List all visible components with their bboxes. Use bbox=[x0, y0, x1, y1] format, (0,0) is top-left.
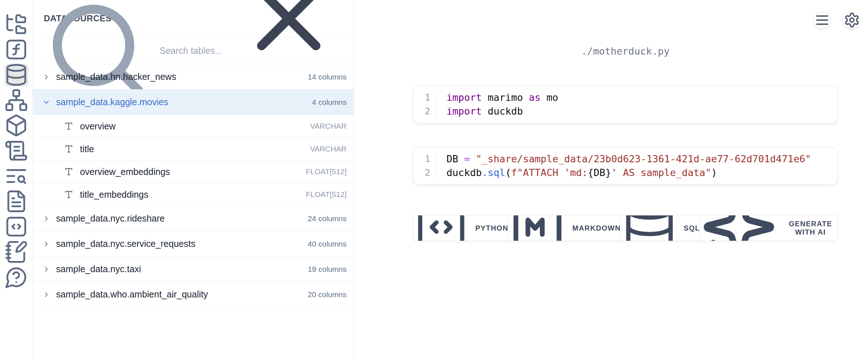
settings-button[interactable] bbox=[843, 12, 860, 29]
message-question-icon bbox=[4, 265, 28, 290]
code-token: duckdb bbox=[482, 106, 523, 117]
app-window: DATASOURCES sample_data.hn.hacker_news14… bbox=[0, 0, 868, 360]
add-cell-generate-with-ai-button[interactable]: GENERATE WITH AI bbox=[700, 215, 838, 241]
code-token: import bbox=[446, 106, 482, 117]
table-name: sample_data.hn.hacker_news bbox=[56, 72, 176, 82]
column-name: title_embeddings bbox=[80, 189, 148, 200]
code-token: "_share/sample_data/23b0d623-1361-421d-a… bbox=[476, 153, 811, 164]
column-type: VARCHAR bbox=[310, 145, 347, 153]
menu-button[interactable] bbox=[814, 12, 831, 29]
code-token: ( bbox=[505, 167, 511, 178]
rail-button-tracebacks[interactable] bbox=[4, 165, 28, 188]
line-numbers: 12 bbox=[413, 152, 437, 180]
chevron-down-icon bbox=[42, 98, 50, 106]
rail-button-dependencies[interactable] bbox=[4, 89, 28, 112]
database-icon bbox=[621, 215, 678, 241]
add-cell-button-label: PYTHON bbox=[475, 224, 508, 232]
code-token: marimo bbox=[482, 92, 529, 103]
code-token: ' AS sample_data" bbox=[611, 167, 711, 178]
code-cell[interactable]: 12import marimo as moimport duckdb bbox=[413, 86, 838, 123]
table-row[interactable]: sample_data.nyc.taxi19 columns bbox=[33, 257, 354, 282]
line-number: 2 bbox=[425, 166, 430, 180]
chevron-right-icon bbox=[42, 240, 50, 248]
table-row[interactable]: sample_data.nyc.service_requests40 colum… bbox=[33, 231, 354, 257]
chevron-right-icon bbox=[42, 265, 50, 273]
header-actions bbox=[814, 12, 860, 29]
add-cell-sql-button[interactable]: SQL bbox=[621, 215, 700, 241]
column-count-badge: 24 columns bbox=[308, 214, 347, 223]
rail-button-datasources[interactable] bbox=[4, 64, 28, 87]
code-line: DB = "_share/sample_data/23b0d623-1361-4… bbox=[446, 152, 811, 166]
chevron-right-icon bbox=[42, 73, 50, 81]
rail-button-snippets[interactable] bbox=[4, 215, 28, 239]
search-input[interactable] bbox=[160, 46, 343, 56]
column-name: overview bbox=[80, 121, 116, 132]
sparkles-icon bbox=[700, 215, 777, 241]
column-row[interactable]: title_embeddingsFLOAT[512] bbox=[33, 183, 354, 206]
column-count-badge: 20 columns bbox=[308, 290, 347, 299]
column-name: title bbox=[80, 144, 94, 154]
line-number: 1 bbox=[425, 91, 430, 104]
rail-button-help[interactable] bbox=[4, 266, 28, 289]
rail-button-scratchpad[interactable] bbox=[4, 241, 28, 264]
table-row[interactable]: sample_data.who.ambient_air_quality20 co… bbox=[33, 282, 354, 307]
column-row[interactable]: overviewVARCHAR bbox=[33, 115, 354, 138]
code-token: .sql bbox=[482, 167, 505, 178]
cells-container: 12import marimo as moimport duckdb12DB =… bbox=[413, 86, 838, 185]
table-row[interactable]: sample_data.nyc.rideshare24 columns bbox=[33, 206, 354, 231]
code-token: ) bbox=[711, 167, 717, 178]
rail-button-logs[interactable] bbox=[4, 140, 28, 163]
activity-bar bbox=[0, 0, 33, 360]
box-icon bbox=[4, 113, 28, 138]
table-name: sample_data.nyc.rideshare bbox=[56, 213, 165, 224]
type-icon bbox=[64, 121, 73, 131]
column-row[interactable]: titleVARCHAR bbox=[33, 138, 354, 160]
add-cell-bar: PYTHONMARKDOWNSQLGENERATE WITH AI bbox=[413, 215, 838, 241]
add-cell-button-label: MARKDOWN bbox=[572, 224, 621, 232]
menu-icon bbox=[814, 12, 830, 29]
text-search-icon bbox=[4, 164, 28, 189]
network-icon bbox=[4, 88, 28, 113]
code-token: {DB} bbox=[588, 167, 611, 178]
gear-icon bbox=[844, 12, 860, 29]
code-token: f"ATTACH 'md: bbox=[511, 167, 588, 178]
table-name: sample_data.nyc.service_requests bbox=[56, 239, 195, 249]
folder-tree-icon bbox=[4, 12, 28, 37]
line-number: 2 bbox=[425, 104, 430, 118]
column-type: FLOAT[512] bbox=[306, 167, 347, 176]
scroll-text-icon bbox=[4, 139, 28, 164]
column-count-badge: 40 columns bbox=[308, 240, 347, 248]
line-number: 1 bbox=[425, 152, 430, 166]
code-token: = bbox=[464, 153, 470, 164]
add-cell-markdown-button[interactable]: MARKDOWN bbox=[509, 215, 621, 241]
table-name: sample_data.who.ambient_air_quality bbox=[56, 289, 208, 300]
add-cell-python-button[interactable]: PYTHON bbox=[413, 215, 509, 241]
code-token: import bbox=[446, 92, 482, 103]
database-icon bbox=[4, 63, 28, 88]
code-editor[interactable]: DB = "_share/sample_data/23b0d623-1361-4… bbox=[437, 152, 811, 180]
code-token bbox=[470, 153, 476, 164]
table-name: sample_data.kaggle.movies bbox=[56, 97, 168, 107]
code-token: DB bbox=[446, 153, 464, 164]
column-count-badge: 19 columns bbox=[308, 265, 347, 274]
rail-button-files[interactable] bbox=[4, 13, 28, 36]
table-search bbox=[33, 37, 354, 64]
code-token: mo bbox=[541, 92, 558, 103]
table-row[interactable]: sample_data.hn.hacker_news14 columns bbox=[33, 64, 354, 90]
column-row[interactable]: overview_embeddingsFLOAT[512] bbox=[33, 160, 354, 183]
code-cell[interactable]: 12DB = "_share/sample_data/23b0d623-1361… bbox=[413, 147, 838, 185]
line-numbers: 12 bbox=[413, 91, 437, 118]
rail-button-documentation[interactable] bbox=[4, 190, 28, 213]
rail-button-packages[interactable] bbox=[4, 114, 28, 137]
rail-button-variables[interactable] bbox=[4, 38, 28, 61]
chevron-right-icon bbox=[42, 291, 50, 299]
type-icon bbox=[64, 190, 73, 199]
code-square-icon bbox=[413, 215, 469, 241]
column-name: overview_embeddings bbox=[80, 167, 170, 177]
notebook-filename[interactable]: ./motherduck.py bbox=[413, 46, 838, 57]
table-row[interactable]: sample_data.kaggle.movies4 columns bbox=[33, 90, 354, 115]
type-icon bbox=[64, 144, 73, 154]
tables-list: sample_data.hn.hacker_news14 columnssamp… bbox=[33, 64, 354, 360]
code-editor[interactable]: import marimo as moimport duckdb bbox=[437, 91, 558, 118]
table-name: sample_data.nyc.taxi bbox=[56, 264, 141, 274]
